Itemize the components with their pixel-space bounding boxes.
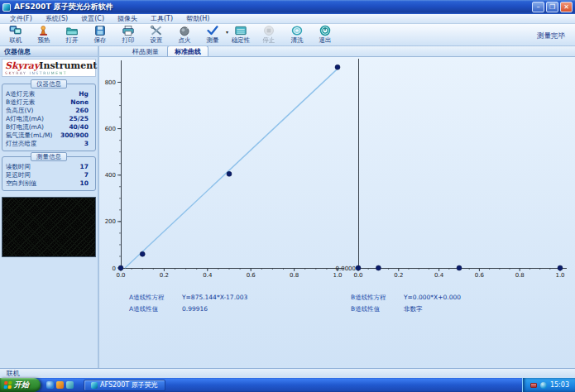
tray-volume-icon[interactable] bbox=[540, 382, 547, 389]
toolbar-button-label: 稳定性 bbox=[232, 36, 251, 44]
media-player-icon[interactable] bbox=[66, 381, 74, 389]
camera-view bbox=[2, 197, 96, 257]
a-linearity-value: 0.99916 bbox=[182, 304, 208, 315]
a-equation-label: A道线性方程 bbox=[129, 292, 182, 304]
svg-text:400: 400 bbox=[105, 172, 116, 179]
menu-file[interactable]: 文件(F) bbox=[3, 14, 39, 23]
b-equation-label: B道线性方程 bbox=[351, 292, 404, 304]
menu-system[interactable]: 系统(S) bbox=[39, 14, 74, 23]
clean-button[interactable]: 清洗 bbox=[283, 25, 311, 44]
quick-launch-bar bbox=[46, 381, 79, 389]
taskbar-app-icon bbox=[91, 382, 98, 389]
svg-text:0.0: 0.0 bbox=[116, 272, 125, 279]
instrument-info-group: 仪器信息 A道灯元素Hg B道灯元素None 负高压(V)260 A灯电流(mA… bbox=[2, 84, 96, 151]
svg-text:0.4: 0.4 bbox=[203, 272, 213, 279]
system-tray: 15:03 bbox=[522, 378, 575, 392]
toolbar-button-label: 停止 bbox=[263, 36, 276, 44]
svg-text:800: 800 bbox=[105, 79, 116, 86]
svg-text:0.4: 0.4 bbox=[434, 272, 444, 279]
info-row-a-lamp-current: A灯电流(mA)25/25 bbox=[6, 115, 92, 123]
shield-icon[interactable] bbox=[56, 381, 64, 389]
svg-text:0.0000: 0.0000 bbox=[336, 265, 357, 272]
connect-monitors-icon bbox=[9, 25, 22, 36]
exit-power-icon bbox=[319, 25, 332, 36]
print-button[interactable]: 打印 bbox=[114, 25, 142, 44]
connection-status-text: 联机 bbox=[7, 370, 20, 377]
stability-button[interactable]: 稳定性 bbox=[227, 25, 255, 44]
main-panel: 样品测量 标准曲线 0.00.20.40.60.81.0020040060080… bbox=[99, 46, 575, 368]
toolbar: 联机 预热 打开 保存 打印 设置 点火 测量 ▾ bbox=[0, 24, 575, 46]
content-area: 仪器信息 SkyrayInstrument SKYRAY INSTRUMENT … bbox=[0, 46, 575, 368]
toolbar-button-label: 设置 bbox=[151, 36, 163, 44]
channel-a-curve-info: A道线性方程Y=875.144*X-17.003 A道线性值0.99916 bbox=[129, 292, 247, 315]
sidebar-panel-title: 仪器信息 bbox=[0, 46, 98, 57]
logo-tagline: SKYRAY INSTRUMENT bbox=[5, 71, 93, 75]
toolbar-button-label: 预热 bbox=[38, 36, 50, 44]
connect-button[interactable]: 联机 bbox=[2, 25, 30, 44]
measurement-status-text: 测量完毕 bbox=[537, 31, 565, 41]
restore-button[interactable]: ❐ bbox=[546, 2, 558, 12]
info-row-filament-brightness: 灯丝亮暗度3 bbox=[6, 140, 92, 148]
logo-brand-red: Skyray bbox=[5, 60, 39, 71]
save-button[interactable]: 保存 bbox=[86, 25, 114, 44]
svg-text:0: 0 bbox=[113, 265, 116, 272]
info-row-b-lamp-current: B灯电流(mA)40/40 bbox=[6, 123, 92, 131]
ignite-icon bbox=[178, 25, 191, 36]
ignite-button[interactable]: 点火 bbox=[170, 25, 199, 44]
toolbar-button-label: 测量 bbox=[207, 36, 219, 44]
measure-button[interactable]: 测量 ▾ bbox=[199, 25, 227, 44]
status-bar: 联机 bbox=[0, 368, 575, 378]
exit-button[interactable]: 退出 bbox=[311, 25, 339, 44]
standard-curve-area: 0.00.20.40.60.81.00200400600800 0.00.20.… bbox=[99, 57, 575, 368]
info-row-argon-flow: 氩气流量(mL/M)300/900 bbox=[6, 131, 92, 140]
menu-tools[interactable]: 工具(T) bbox=[144, 14, 180, 23]
info-row-b-lamp-element: B道灯元素None bbox=[6, 98, 92, 107]
save-floppy-icon bbox=[93, 25, 107, 36]
channel-b-curve-info: B道线性方程Y=0.000*X+0.000 B道线性值非数字 bbox=[351, 292, 461, 315]
menu-settings[interactable]: 设置(C) bbox=[74, 14, 111, 23]
preheat-button[interactable]: 预热 bbox=[30, 25, 58, 44]
start-button[interactable]: 开始 bbox=[0, 378, 41, 392]
windows-taskbar: 开始 AFS200T 原子荧光 15:03 bbox=[0, 378, 575, 392]
windows-flag-icon bbox=[4, 381, 12, 389]
app-icon bbox=[2, 3, 11, 12]
preheat-lamp-icon bbox=[37, 25, 50, 36]
start-button-label: 开始 bbox=[14, 380, 29, 390]
toolbar-button-label: 联机 bbox=[10, 36, 22, 44]
skyray-logo: SkyrayInstrument SKYRAY INSTRUMENT bbox=[2, 59, 96, 77]
tab-standard-curve[interactable]: 标准曲线 bbox=[167, 45, 208, 56]
measure-info-group: 测量信息 读数时间17 延迟时间7 空白判别值10 bbox=[2, 156, 96, 191]
svg-text:0.2: 0.2 bbox=[160, 272, 169, 279]
menu-camera[interactable]: 摄像头 bbox=[111, 14, 144, 23]
a-equation-value: Y=875.144*X-17.003 bbox=[182, 292, 247, 304]
open-button[interactable]: 打开 bbox=[58, 25, 86, 44]
b-equation-value: Y=0.000*X+0.000 bbox=[404, 292, 461, 304]
close-button[interactable]: ✕ bbox=[560, 2, 573, 12]
print-icon bbox=[122, 25, 135, 36]
stop-button: 停止 bbox=[255, 25, 283, 44]
info-row-delay-time: 延迟时间7 bbox=[6, 171, 92, 179]
taskbar-clock: 15:03 bbox=[550, 381, 569, 389]
svg-text:0.8: 0.8 bbox=[515, 272, 525, 279]
toolbar-button-label: 打印 bbox=[122, 36, 135, 44]
tab-sample-measurement[interactable]: 样品测量 bbox=[126, 46, 165, 56]
toolbar-button-label: 清洗 bbox=[291, 36, 304, 44]
browser-icon[interactable] bbox=[46, 381, 54, 389]
b-linearity-value: 非数字 bbox=[404, 304, 423, 315]
info-row-a-lamp-element: A道灯元素Hg bbox=[6, 90, 92, 98]
minimize-button[interactable]: – bbox=[532, 2, 544, 12]
settings-tools-icon bbox=[150, 25, 163, 36]
logo-brand-dark: Instrument bbox=[39, 60, 97, 71]
taskbar-app-button[interactable]: AFS200T 原子荧光 bbox=[84, 380, 165, 391]
svg-text:200: 200 bbox=[105, 218, 116, 225]
menu-help[interactable]: 帮助(H) bbox=[180, 14, 216, 23]
settings-button[interactable]: 设置 bbox=[142, 25, 170, 44]
info-row-blank-threshold: 空白判别值10 bbox=[6, 179, 92, 188]
svg-text:1.0: 1.0 bbox=[555, 272, 564, 279]
instrument-info-sidebar: 仪器信息 SkyrayInstrument SKYRAY INSTRUMENT … bbox=[0, 46, 99, 368]
svg-text:0.2: 0.2 bbox=[394, 272, 403, 279]
toolbar-button-label: 点火 bbox=[179, 36, 191, 44]
title-bar: AFS200T 原子荧光分析软件 – ❐ ✕ bbox=[0, 0, 575, 14]
svg-text:0.6: 0.6 bbox=[247, 272, 256, 279]
tray-device-icon[interactable] bbox=[530, 383, 537, 388]
